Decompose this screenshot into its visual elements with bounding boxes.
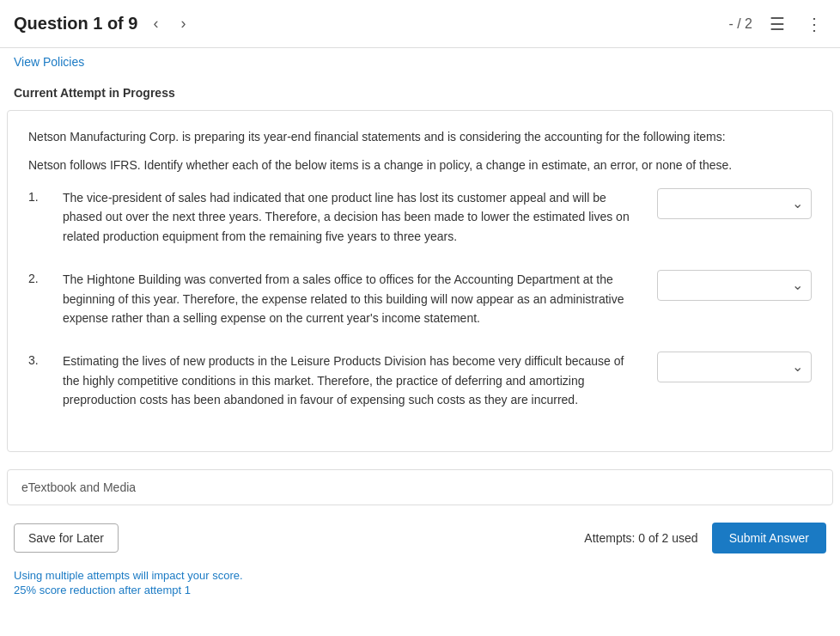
next-question-button[interactable]: ›: [173, 11, 192, 36]
intro-text-2: Netson follows IFRS. Identify whether ea…: [28, 156, 812, 174]
page-header: Question 1 of 9 ‹ › - / 2 ☰ ⋮: [0, 0, 840, 48]
score-warning: Using multiple attempts will impact your…: [0, 564, 840, 612]
etextbook-section: eTextbook and Media: [7, 469, 833, 505]
question-card: Netson Manufacturing Corp. is preparing …: [7, 110, 833, 452]
question-item-2: 2. The Hightone Building was converted f…: [28, 270, 812, 327]
item-text-2: The Hightone Building was converted from…: [63, 270, 657, 327]
item-2-select-wrapper: Change in Policy Change in Estimate Erro…: [657, 270, 812, 301]
question-title: Question 1 of 9: [14, 14, 137, 34]
intro-text-1: Netson Manufacturing Corp. is preparing …: [28, 128, 812, 146]
more-options-icon[interactable]: ⋮: [802, 10, 826, 38]
item-3-select-wrapper: Change in Policy Change in Estimate Erro…: [657, 352, 812, 382]
prev-question-button[interactable]: ‹: [146, 11, 165, 36]
item-number-3: 3.: [28, 352, 63, 367]
attempts-text: Attempts: 0 of 2 used: [584, 531, 697, 545]
submit-answer-button[interactable]: Submit Answer: [712, 523, 826, 553]
footer: Save for Later Attempts: 0 of 2 used Sub…: [0, 512, 840, 564]
item-2-dropdown[interactable]: Change in Policy Change in Estimate Erro…: [657, 270, 812, 301]
score-warning-1: Using multiple attempts will impact your…: [14, 569, 826, 582]
view-policies-section: View Policies: [0, 48, 840, 79]
item-3-dropdown[interactable]: Change in Policy Change in Estimate Erro…: [657, 352, 812, 382]
question-item-1: 1. The vice-president of sales had indic…: [28, 188, 812, 246]
footer-right: Attempts: 0 of 2 used Submit Answer: [584, 523, 826, 553]
etextbook-label: eTextbook and Media: [21, 480, 136, 494]
header-right: - / 2 ☰ ⋮: [728, 10, 826, 38]
item-1-dropdown[interactable]: Change in Policy Change in Estimate Erro…: [657, 188, 812, 219]
item-1-select-wrapper: Change in Policy Change in Estimate Erro…: [657, 188, 812, 219]
item-number-1: 1.: [28, 188, 63, 204]
view-policies-link[interactable]: View Policies: [14, 55, 84, 69]
question-items: 1. The vice-president of sales had indic…: [28, 188, 812, 410]
item-text-3: Estimating the lives of new products in …: [63, 352, 657, 409]
header-left: Question 1 of 9 ‹ ›: [14, 11, 192, 36]
question-item-3: 3. Estimating the lives of new products …: [28, 352, 812, 409]
score-warning-2: 25% score reduction after attempt 1: [14, 584, 826, 596]
list-icon[interactable]: ☰: [766, 10, 788, 38]
score-display: - / 2: [728, 16, 752, 32]
item-text-1: The vice-president of sales had indicate…: [63, 188, 657, 246]
save-later-button[interactable]: Save for Later: [14, 523, 119, 553]
item-number-2: 2.: [28, 270, 63, 285]
attempt-banner: Current Attempt in Progress: [0, 79, 840, 110]
